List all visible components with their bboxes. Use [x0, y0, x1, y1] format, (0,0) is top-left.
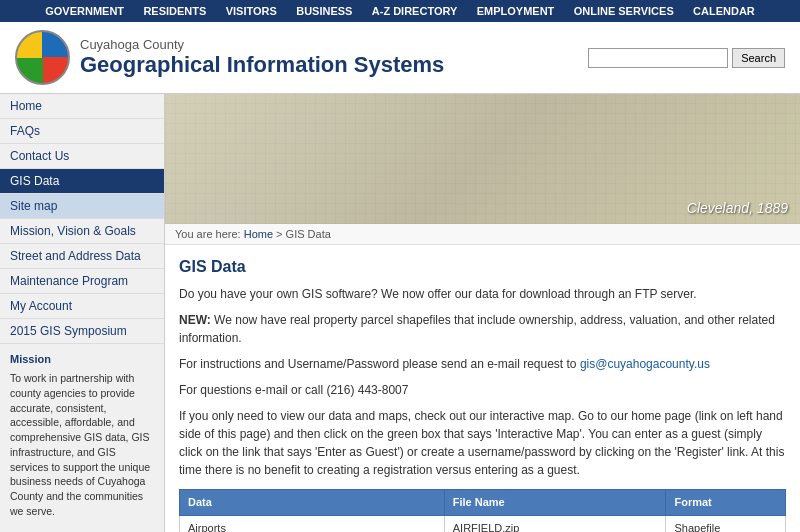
email-link[interactable]: gis@cuyahogacounty.us	[580, 357, 710, 371]
page-content: GIS Data Do you have your own GIS softwa…	[165, 245, 800, 532]
breadcrumb-separator: >	[276, 228, 285, 240]
sidebar-item-sitemap[interactable]: Site map	[0, 194, 164, 219]
county-name: Cuyahoga County	[80, 37, 444, 52]
sidebar-item-gisdata[interactable]: GIS Data	[0, 169, 164, 194]
sidebar-item-home[interactable]: Home	[0, 94, 164, 119]
intro-text: Do you have your own GIS software? We no…	[179, 285, 786, 303]
table-cell-data: Airports	[180, 515, 445, 532]
nav-business[interactable]: BUSINESS	[296, 5, 352, 17]
phone-line: For questions e-mail or call (216) 443-8…	[179, 381, 786, 399]
table-cell-format: Shapefile	[666, 515, 786, 532]
mission-section: Mission To work in partnership with coun…	[0, 344, 164, 526]
hero-image: Cleveland, 1889	[165, 94, 800, 224]
mission-title: Mission	[10, 352, 154, 367]
nav-residents[interactable]: RESIDENTS	[143, 5, 206, 17]
hero-caption: Cleveland, 1889	[687, 200, 788, 216]
nav-employment[interactable]: EMPLOYMENT	[477, 5, 555, 17]
nav-visitors[interactable]: VISITORS	[226, 5, 277, 17]
mission-text: To work in partnership with county agenc…	[10, 371, 154, 518]
site-header: Cuyahoga County Geographical Information…	[0, 22, 800, 94]
page-title: GIS Data	[179, 255, 786, 279]
breadcrumb-home[interactable]: Home	[244, 228, 273, 240]
sidebar-item-mission[interactable]: Mission, Vision & Goals	[0, 219, 164, 244]
new-notice: NEW: We now have real property parcel sh…	[179, 311, 786, 347]
gis-data-table: Data File Name Format AirportsAIRFIELD.z…	[179, 489, 786, 532]
sidebar-item-street[interactable]: Street and Address Data	[0, 244, 164, 269]
breadcrumb: You are here: Home > GIS Data	[165, 224, 800, 245]
interactive-map-text: If you only need to view our data and ma…	[179, 407, 786, 479]
top-navigation: GOVERNMENT RESIDENTS VISITORS BUSINESS A…	[0, 0, 800, 22]
sidebar-item-contact[interactable]: Contact Us	[0, 144, 164, 169]
nav-azdirectory[interactable]: A-Z DIRECTORY	[372, 5, 458, 17]
nav-calendar[interactable]: CALENDAR	[693, 5, 755, 17]
new-notice-prefix: NEW:	[179, 313, 214, 327]
email-instruction: For instructions and Username/Password p…	[179, 355, 786, 373]
sidebar-item-myaccount[interactable]: My Account	[0, 294, 164, 319]
header-branding: Cuyahoga County Geographical Information…	[15, 30, 444, 85]
site-title-area: Cuyahoga County Geographical Information…	[80, 37, 444, 78]
search-area: Search	[588, 48, 785, 68]
county-logo	[15, 30, 70, 85]
sidebar: Home FAQs Contact Us GIS Data Site map M…	[0, 94, 165, 532]
col-header-filename: File Name	[444, 490, 666, 516]
sidebar-item-symposium[interactable]: 2015 GIS Symposium	[0, 319, 164, 344]
col-header-data: Data	[180, 490, 445, 516]
table-cell-file: AIRFIELD.zip	[444, 515, 666, 532]
col-header-format: Format	[666, 490, 786, 516]
site-title: Geographical Information Systems	[80, 52, 444, 78]
sidebar-item-maintenance[interactable]: Maintenance Program	[0, 269, 164, 294]
search-button[interactable]: Search	[732, 48, 785, 68]
sidebar-item-faqs[interactable]: FAQs	[0, 119, 164, 144]
breadcrumb-prefix: You are here:	[175, 228, 244, 240]
table-body: AirportsAIRFIELD.zipShapefileBridgesBRID…	[180, 515, 786, 532]
main-content: Cleveland, 1889 You are here: Home > GIS…	[165, 94, 800, 532]
main-layout: Home FAQs Contact Us GIS Data Site map M…	[0, 94, 800, 532]
search-input[interactable]	[588, 48, 728, 68]
email-instruction-text: For instructions and Username/Password p…	[179, 357, 580, 371]
table-header-row: Data File Name Format	[180, 490, 786, 516]
new-notice-text: We now have real property parcel shapefi…	[179, 313, 775, 345]
table-row: AirportsAIRFIELD.zipShapefile	[180, 515, 786, 532]
breadcrumb-current: GIS Data	[286, 228, 331, 240]
nav-onlineservices[interactable]: ONLINE SERVICES	[574, 5, 674, 17]
nav-government[interactable]: GOVERNMENT	[45, 5, 124, 17]
